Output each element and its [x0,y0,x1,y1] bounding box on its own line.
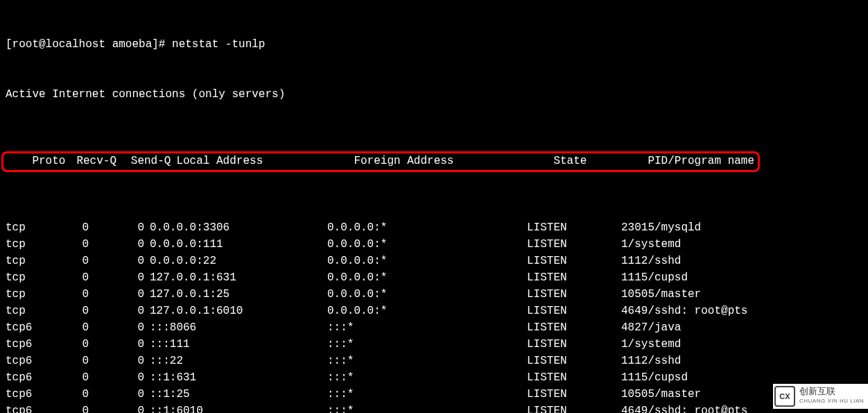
cell-pid: 10505/master [621,286,701,303]
cell-local: ::1:6010 [144,403,327,413]
cell-local: :::8066 [144,319,327,336]
table-header: ProtoRecv-QSend-QLocal AddressForeign Ad… [6,136,862,186]
table-row: tcp600::1:631:::*LISTEN1115/cupsd [6,369,862,386]
table-row: tcp000.0.0.0:1110.0.0.0:*LISTEN1/systemd [6,236,862,253]
table-row: tcp000.0.0.0:33060.0.0.0:*LISTEN23015/my… [6,219,862,236]
table-row: tcp00127.0.0.1:6310.0.0.0:*LISTEN1115/cu… [6,269,862,286]
cell-foreign: 0.0.0.0:* [327,236,527,253]
cell-state: LISTEN [527,369,621,386]
cell-pid: 1/systemd [621,236,681,253]
cell-local: 0.0.0.0:3306 [144,219,327,236]
cell-proto: tcp6 [6,386,50,403]
header-foreign: Foreign Address [354,153,553,169]
cell-state: LISTEN [527,219,621,236]
cell-local: 127.0.0.1:25 [144,286,327,303]
cell-proto: tcp6 [6,369,50,386]
cell-sendq: 0 [89,319,144,336]
cell-sendq: 0 [89,386,144,403]
cell-local: ::1:25 [144,386,327,403]
cell-recvq: 0 [50,369,89,386]
cell-foreign: :::* [327,336,527,353]
cell-state: LISTEN [527,319,621,336]
table-row: tcp600::1:25:::*LISTEN10505/master [6,386,862,403]
cell-pid: 4649/sshd: root@pts [621,303,747,319]
watermark-sub: CHUANG XIN HU LIAN [799,396,864,406]
table-row: tcp600:::111:::*LISTEN1/systemd [6,336,862,353]
table-row: tcp600:::22:::*LISTEN1112/sshd [6,353,862,369]
cell-pid: 10505/master [621,386,701,403]
cell-state: LISTEN [527,269,621,286]
cell-foreign: 0.0.0.0:* [327,253,527,269]
cell-sendq: 0 [89,253,144,269]
cell-sendq: 0 [89,236,144,253]
cell-sendq: 0 [89,403,144,413]
watermark: CX 创新互联 CHUANG XIN HU LIAN [773,384,868,409]
cell-recvq: 0 [50,236,89,253]
header-proto: Proto [32,153,76,169]
cell-sendq: 0 [89,336,144,353]
cell-sendq: 0 [89,219,144,236]
cell-recvq: 0 [50,286,89,303]
cell-foreign: 0.0.0.0:* [327,303,527,319]
cell-proto: tcp [6,253,50,269]
cell-proto: tcp [6,236,50,253]
watermark-logo-icon: CX [774,386,795,407]
cell-state: LISTEN [527,403,621,413]
cell-state: LISTEN [527,253,621,269]
cell-recvq: 0 [50,386,89,403]
header-pid: PID/Program name [648,153,754,169]
cell-foreign: :::* [327,386,527,403]
cell-local: 127.0.0.1:631 [144,269,327,286]
cell-foreign: 0.0.0.0:* [327,219,527,236]
cell-pid: 4649/sshd: root@pts [621,403,747,413]
cell-recvq: 0 [50,403,89,413]
cell-sendq: 0 [89,269,144,286]
cell-proto: tcp6 [6,336,50,353]
cell-pid: 1115/cupsd [621,369,688,386]
cell-state: LISTEN [527,353,621,369]
cell-pid: 4827/java [621,319,681,336]
cell-foreign: 0.0.0.0:* [327,269,527,286]
cell-state: LISTEN [527,286,621,303]
cell-recvq: 0 [50,269,89,286]
cell-local: 127.0.0.1:6010 [144,303,327,319]
cell-pid: 1/systemd [621,336,681,353]
cell-recvq: 0 [50,353,89,369]
cell-state: LISTEN [527,336,621,353]
cell-foreign: :::* [327,369,527,386]
cell-local: ::1:631 [144,369,327,386]
cell-state: LISTEN [527,236,621,253]
cell-sendq: 0 [89,303,144,319]
cell-pid: 1115/cupsd [621,269,688,286]
cell-foreign: :::* [327,353,527,369]
cell-proto: tcp6 [6,353,50,369]
table-row: tcp00127.0.0.1:60100.0.0.0:*LISTEN4649/s… [6,303,862,319]
cell-proto: tcp [6,269,50,286]
cell-state: LISTEN [527,386,621,403]
cell-sendq: 0 [89,369,144,386]
cell-local: :::111 [144,336,327,353]
cell-pid: 1112/sshd [621,353,681,369]
cell-recvq: 0 [50,303,89,319]
header-local: Local Address [171,153,354,169]
cell-proto: tcp [6,303,50,319]
cell-foreign: :::* [327,319,527,336]
cell-local: :::22 [144,353,327,369]
cell-local: 0.0.0.0:22 [144,253,327,269]
cell-local: 0.0.0.0:111 [144,236,327,253]
cell-state: LISTEN [527,303,621,319]
terminal-output[interactable]: [root@localhost amoeba]# netstat -tunlp … [0,0,868,413]
prompt-command: [root@localhost amoeba]# netstat -tunlp [6,36,862,53]
cell-recvq: 0 [50,336,89,353]
cell-proto: tcp6 [6,403,50,413]
watermark-name: 创新互联 [799,387,864,396]
cell-proto: tcp6 [6,319,50,336]
cell-recvq: 0 [50,319,89,336]
cell-sendq: 0 [89,286,144,303]
header-state: State [553,153,648,169]
table-row: tcp00127.0.0.1:250.0.0.0:*LISTEN10505/ma… [6,286,862,303]
cell-pid: 23015/mysqld [621,219,701,236]
cell-proto: tcp [6,219,50,236]
cell-foreign: :::* [327,403,527,413]
cell-recvq: 0 [50,219,89,236]
